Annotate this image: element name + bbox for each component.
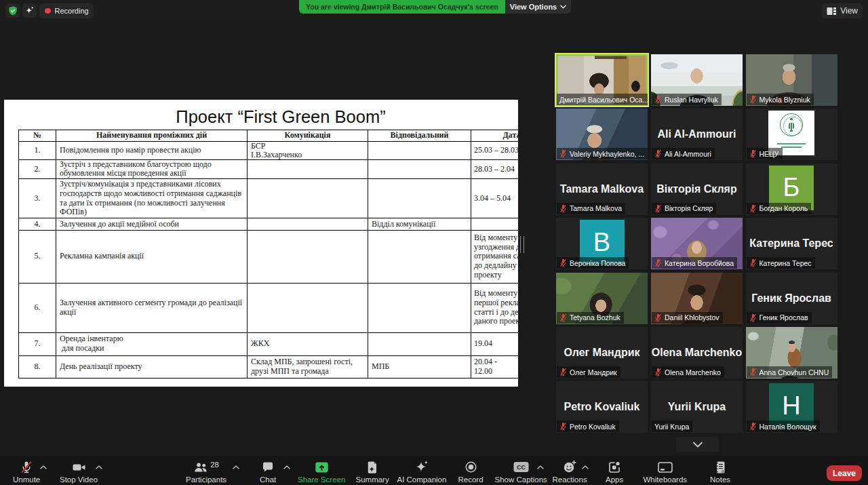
participant-name-label: Катерина Терес [747,257,815,269]
participant-tile[interactable]: Mykola Blyzniuk [746,54,837,106]
summary-button[interactable]: Summary [356,461,389,484]
unmute-button[interactable]: Unmute [13,461,40,484]
record-button[interactable]: Record [458,461,484,484]
participant-name-label: Anna Chovhun CHNU [747,366,833,378]
table-header: № [19,130,56,142]
ai-companion-status-icon[interactable] [22,3,37,18]
view-options-button[interactable]: View Options [505,0,571,14]
whiteboards-button[interactable]: Whiteboards [644,461,688,484]
table-cell-action: День реалізації проекту [56,356,248,379]
participants-chevron-up[interactable] [233,465,239,469]
participant-tile[interactable]: Daniil Khlobystov [651,273,743,324]
participant-tile[interactable]: Yurii KrupaYurii Krupa [651,381,743,433]
participant-tile[interactable]: Ruslan Havryliuk [651,54,743,106]
table-cell-resp [368,333,471,356]
table-header: Комунікація [248,130,368,142]
share-screen-button[interactable]: Share Screen [298,461,345,484]
participant-name-label: Вікторія Скляр [652,203,716,214]
participant-tile[interactable]: H Наталія Волощук [746,381,837,433]
apps-button[interactable]: Apps [606,461,623,484]
participant-tile[interactable]: Вікторія Скляр Вікторія Скляр [651,163,743,215]
toolbar-label: Apps [606,476,623,484]
participant-tile[interactable]: Tetyana Bozhuk [556,273,648,324]
unmute-chevron-up[interactable] [40,465,47,469]
mic-muted-icon [559,149,567,158]
participant-tile[interactable]: В Вероніка Попова [556,218,648,269]
gallery-next-page-button[interactable] [676,437,719,452]
table-cell-date: 25.03 – 28.03 [471,142,518,160]
table-row: 7.Оренда інвентарю для посадкиЖКХ19.04 [19,333,518,356]
shared-document: Проект “First Green Boom” №Найменування … [4,100,518,387]
show-captions-chevron-up[interactable] [537,465,544,469]
participant-name-label: Олег Мандрик [557,366,620,378]
table-cell-action: Зустріч/комунікація з представниками ліс… [56,179,248,218]
table-cell-comm [248,179,368,218]
participant-tile[interactable]: Ali Al-Ammouri Ali Al-Ammouri [651,109,743,160]
table-cell-action: Рекламна кампанія акції [56,231,248,284]
share-screen-icon [315,461,329,473]
toolbar-label: Unmute [13,476,40,484]
screen-share-banner: You are viewing Дмитрій Васильович Осадч… [299,0,571,14]
toolbar-label: Notes [710,476,730,484]
table-row: 8.День реалізації проектуСклад МПБ, запр… [19,356,518,379]
reactions-icon [562,461,577,473]
participant-tile[interactable]: Valeriy Mykhaylenko, ... [556,109,648,160]
participant-tile[interactable]: Олег Мандрик Олег Мандрик [556,327,648,379]
table-cell-date: 19.04 [471,333,518,356]
notes-icon [713,461,727,473]
participant-tile[interactable]: Дмитрій Васильович Оса... [556,54,648,106]
recording-label: Recording [55,7,89,15]
summary-icon [366,461,379,473]
stop-video-button[interactable]: Stop Video [60,461,98,484]
panel-resize-handle[interactable] [520,236,524,253]
mic-muted-icon [749,313,757,322]
table-cell-action: Повідомлення про намір провести акцію [56,142,248,160]
stop-video-chevron-up[interactable] [96,465,102,469]
participant-tile[interactable]: Катерина Терес Катерина Терес [746,218,837,269]
participant-tile[interactable]: Tamara Malkova Tamara Malkova [556,163,648,215]
notes-button[interactable]: Notes [710,461,730,484]
ai-companion-icon [414,461,429,473]
leave-button[interactable]: Leave [827,465,862,481]
reactions-chevron-up[interactable] [582,465,589,469]
participant-name-label: Tamara Malkova [557,203,625,214]
show-captions-button[interactable]: CC Show Captions [495,461,547,484]
record-icon [465,461,477,473]
table-row: 2.Зустріч з представником благоустрою що… [19,160,518,180]
participants-button[interactable]: 28 Participants [186,461,226,484]
participant-tile[interactable]: Катерина Воробйова [651,218,743,269]
recording-dot-icon [45,8,51,14]
view-button[interactable]: View [822,3,863,18]
table-header: Найменування проміжних дій [56,130,248,142]
ai-companion-button[interactable]: AI Companion [397,461,447,484]
table-cell-date [471,218,518,231]
mic-muted-icon [749,258,757,267]
participant-tile[interactable]: Olena Marchenko Olena Marchenko [651,327,743,379]
table-cell-num: 5. [19,231,56,284]
reactions-button[interactable]: Reactions [553,461,587,484]
participant-tile[interactable]: Anna Chovhun CHNU [746,327,837,379]
recording-indicator[interactable]: Recording [39,3,94,18]
mic-muted-icon [654,95,662,104]
banner-text: You are viewing Дмитрій Васильович Осадч… [299,0,505,14]
participant-tile[interactable]: НЕЦУ [746,109,837,160]
toolbar-label: Share Screen [298,476,345,484]
mic-muted-icon [20,461,33,473]
mic-muted-icon [749,149,757,158]
meeting-security-shield-icon[interactable] [5,3,20,18]
toolbar-label: Chat [260,476,276,484]
table-cell-resp [368,284,471,333]
mic-muted-icon [654,204,662,213]
table-cell-date: Від моменту в першої реклам статті і до … [471,284,518,333]
participant-name-label: Геник Ярослав [747,312,812,324]
participant-tile[interactable]: Б Богдан Король [746,163,837,215]
chat-chevron-up[interactable] [283,465,290,469]
table-cell-num: 3. [19,179,56,218]
svg-text:CC: CC [517,464,526,471]
participant-tile[interactable]: Геник Ярослав Геник Ярослав [746,273,837,324]
mic-muted-icon [749,95,757,104]
mic-muted-icon [559,422,567,431]
participant-name-label: НЕЦУ [747,148,783,159]
chat-button[interactable]: Chat [260,461,276,484]
participant-tile[interactable]: Petro Kovaliuk Petro Kovaliuk [556,381,648,433]
